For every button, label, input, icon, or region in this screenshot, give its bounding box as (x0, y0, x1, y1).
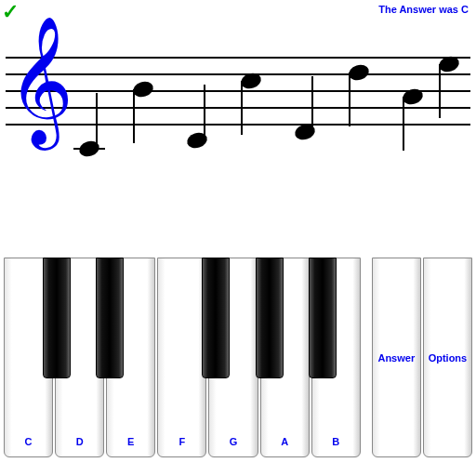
answer-button[interactable]: Answer (372, 258, 421, 457)
staff-line (6, 90, 470, 92)
note (403, 89, 423, 104)
key-label: E (107, 436, 154, 447)
note (79, 141, 99, 156)
key-f[interactable]: F (157, 258, 206, 457)
staff-line (6, 73, 470, 75)
note (133, 82, 153, 97)
answer-feedback-text: The Answer was C (378, 4, 469, 15)
staff-line (6, 107, 470, 109)
black-key[interactable] (43, 258, 71, 378)
key-label: C (5, 436, 52, 447)
options-label: Options (424, 352, 471, 364)
note (349, 65, 369, 80)
black-key[interactable] (309, 258, 337, 378)
black-key[interactable] (96, 258, 124, 378)
key-label: F (158, 436, 205, 447)
black-key[interactable] (256, 258, 284, 378)
music-staff: 𝄞 (0, 51, 476, 191)
note (241, 73, 261, 88)
black-key[interactable] (202, 258, 230, 378)
note (439, 57, 459, 72)
key-label: D (56, 436, 103, 447)
staff-line (6, 57, 470, 59)
key-label: G (209, 436, 257, 447)
answer-label: Answer (373, 352, 420, 364)
note (295, 125, 315, 139)
note (187, 133, 207, 148)
options-button[interactable]: Options (423, 258, 472, 457)
piano-keyboard: CDEFGABAnswerOptions (4, 258, 472, 457)
staff-line (6, 124, 470, 126)
treble-clef-icon: 𝄞 (7, 25, 73, 137)
key-label: A (261, 436, 309, 447)
key-label: B (312, 436, 360, 447)
